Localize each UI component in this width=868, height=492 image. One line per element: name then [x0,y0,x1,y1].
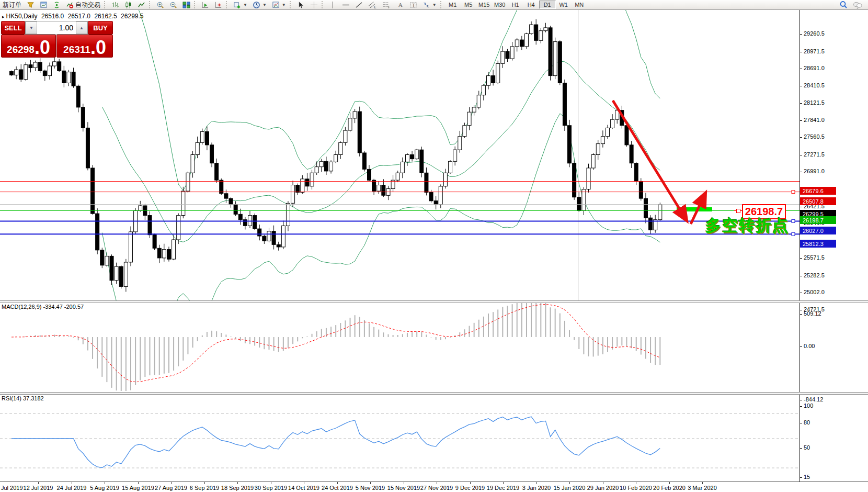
date-axis[interactable]: Jul 201912 Jul 201924 Jul 20195 Aug 2019… [0,482,868,492]
rsi-pane-separator[interactable] [0,392,868,395]
axis-tick [800,120,802,121]
axis-tick [800,477,802,478]
axis-tick [800,172,802,172]
indicators-add-icon[interactable]: ▼ [231,1,250,9]
candle [72,68,75,87]
candle [520,36,523,50]
date-tick [702,482,703,484]
sell-price-button[interactable]: 26298 .0 [1,35,56,58]
horizontal-line-tool-icon[interactable] [339,1,352,9]
candle [410,151,414,161]
candle [210,142,214,167]
search-icon[interactable] [837,1,850,9]
tab-timeframe-MN[interactable]: MN [572,1,587,9]
date-tick [669,482,670,484]
zoom-out-icon[interactable] [167,1,180,9]
macd-pane-separator[interactable] [0,300,868,303]
candle [315,162,318,175]
toolbar-gripper [290,1,293,8]
line-handle[interactable] [792,191,795,194]
bar-chart-mode-icon[interactable] [109,1,122,9]
candle [453,147,457,166]
buy-price-button[interactable]: 26311 .0 [56,35,113,58]
arrows-tool-icon[interactable]: ▼ [420,1,439,9]
axis-tick [800,34,802,35]
price-tick-label: 29260.5 [804,30,825,37]
date-label: 24 Jul 2019 [57,485,87,491]
axis-tick [800,314,802,315]
line-chart-mode-icon[interactable] [135,1,148,9]
date-tick [304,482,304,484]
timeframe-group: M1M5M15M30H1H4D1W1MN [445,1,587,9]
candle [644,193,647,223]
chart-shift-icon[interactable] [212,1,225,9]
periods-clock-icon[interactable]: ▼ [250,1,269,9]
signals-icon[interactable] [50,1,63,9]
svg-text:T: T [412,2,415,7]
rsi-indicator-pane[interactable] [0,394,800,482]
buy-button[interactable]: BUY [88,21,113,35]
volume-value[interactable]: 1.00 [37,21,76,34]
auto-trading-button[interactable]: 自动交易 [63,1,103,9]
auto-scroll-icon[interactable] [199,1,212,9]
zoom-in-icon[interactable] [154,1,167,9]
tab-timeframe-W1[interactable]: W1 [556,1,572,9]
candle [544,23,547,32]
toolbar: 新订单 自动交易 [0,0,868,10]
candle [157,245,161,263]
tab-timeframe-M1[interactable]: M1 [445,1,461,9]
tab-timeframe-H1[interactable]: H1 [508,1,523,9]
tab-timeframe-M15[interactable]: M15 [476,1,492,9]
price-tick-label: 28410.5 [804,82,825,88]
tab-timeframe-H4[interactable]: H4 [523,1,539,9]
tile-windows-icon[interactable] [180,1,193,9]
callout-handle[interactable] [736,209,740,213]
price-axis[interactable]: 29260.528971.528691.028410.528121.527841… [800,9,868,482]
cursor-tool-icon[interactable] [294,1,307,9]
date-tick [271,482,271,484]
date-tick [337,482,338,484]
candle [296,184,300,195]
volume-decrease-button[interactable]: ▼ [26,21,37,34]
candle [58,59,61,72]
bollinger-middle-band [102,61,660,242]
main-price-chart[interactable] [0,9,800,300]
text-label-tool-icon[interactable]: T [407,1,420,9]
rsi-axis-label: 15 [804,474,810,480]
line-handle[interactable] [792,232,795,236]
candle [344,127,347,146]
crosshair-tool-icon[interactable] [307,1,321,9]
candle [591,153,595,170]
macd-indicator-pane[interactable] [0,303,800,392]
text-tool-icon[interactable]: A [394,1,407,9]
price-tick-label: 27841.0 [804,117,825,123]
tab-timeframe-M30[interactable]: M30 [492,1,508,9]
chat-icon[interactable] [850,1,865,9]
candle [362,151,366,171]
sell-button[interactable]: SELL [1,21,25,35]
candle [220,178,223,195]
price-tick-label: 25571.5 [804,254,825,261]
equidistant-channel-tool-icon[interactable]: E [366,1,380,9]
new-order-button[interactable]: 新订单 [0,1,24,9]
fibonacci-tool-icon[interactable]: F [380,1,394,9]
candle [167,247,170,261]
candle [196,137,199,158]
market-watch-icon[interactable] [24,1,37,9]
candle [262,235,266,244]
down-trend-arrow[interactable] [613,100,687,220]
candle [382,179,385,197]
vertical-line-tool-icon[interactable] [326,1,339,9]
line-handle[interactable] [792,219,795,222]
tab-timeframe-D1[interactable]: D1 [539,1,556,9]
candlestick-mode-icon[interactable] [122,1,135,9]
rsi-axis-label: 80 [804,419,810,426]
candle [443,169,447,189]
candle [368,165,371,181]
templates-icon[interactable]: ▼ [269,1,289,9]
new-chart-icon[interactable] [37,1,50,9]
turning-point-note[interactable]: 多空转折点 [705,215,789,237]
tab-timeframe-M5[interactable]: M5 [461,1,476,9]
volume-increase-button[interactable]: ▲ [76,21,87,34]
trendline-tool-icon[interactable] [352,1,366,9]
